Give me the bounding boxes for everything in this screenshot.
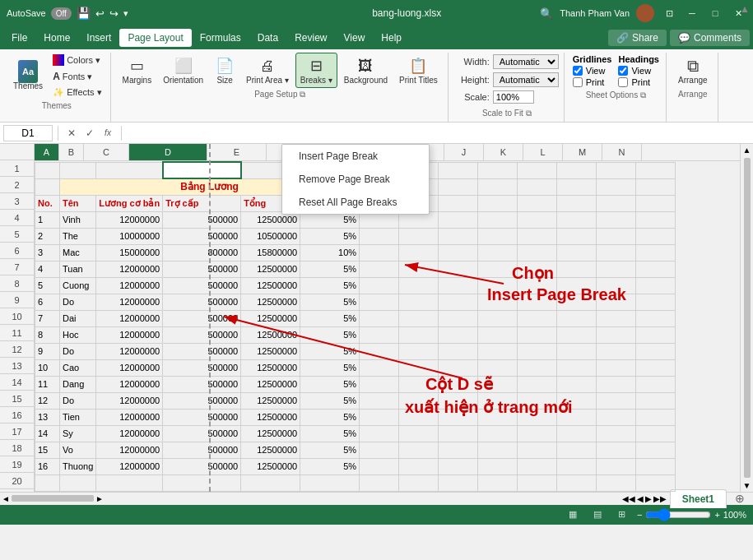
background-button[interactable]: 🖼 Background: [339, 53, 393, 88]
gridlines-view-checkbox[interactable]: [573, 66, 583, 76]
col-header-E[interactable]: E: [207, 144, 267, 160]
col-header-L[interactable]: L: [523, 144, 563, 160]
menu-insert[interactable]: Insert: [78, 29, 119, 47]
row-header-6[interactable]: 6: [0, 243, 34, 259]
view-normal-btn[interactable]: ▦: [564, 507, 582, 521]
col-header-B[interactable]: B: [59, 144, 84, 160]
col-header-N[interactable]: N: [602, 144, 642, 160]
row-header-7[interactable]: 7: [0, 259, 34, 275]
comments-button[interactable]: 💬 Comments: [670, 30, 750, 46]
col-header-J[interactable]: J: [444, 144, 484, 160]
remove-page-break-item[interactable]: Remove Page Break: [282, 168, 429, 191]
col-header-A[interactable]: A: [35, 144, 59, 160]
cell-M2[interactable]: [597, 178, 636, 195]
row-header-13[interactable]: 13: [0, 358, 34, 374]
sheet-first-btn[interactable]: ◀◀: [622, 494, 635, 503]
zoom-slider[interactable]: [645, 508, 711, 521]
row-header-2[interactable]: 2: [0, 177, 34, 193]
insert-function-icon[interactable]: fx: [100, 125, 116, 141]
effects-button[interactable]: ✨ Effects ▾: [49, 86, 105, 100]
cell-J2[interactable]: [478, 178, 518, 195]
save-icon[interactable]: 💾: [77, 7, 91, 20]
row-header-14[interactable]: 14: [0, 374, 34, 391]
col-header-C[interactable]: C: [84, 144, 129, 160]
row-header-16[interactable]: 16: [0, 407, 34, 423]
row-header-1[interactable]: 1: [0, 160, 34, 177]
customize-icon[interactable]: ▾: [123, 8, 128, 19]
cell-I3[interactable]: [439, 195, 478, 211]
headings-view-checkbox[interactable]: [618, 66, 628, 76]
reset-all-page-breaks-item[interactable]: Reset All Page Breaks: [282, 191, 429, 214]
headings-print-checkbox[interactable]: [618, 77, 628, 87]
row-header-3[interactable]: 3: [0, 193, 34, 210]
scale-input[interactable]: [493, 90, 534, 104]
share-button[interactable]: 🔗 Share: [608, 30, 667, 46]
maximize-icon[interactable]: □: [707, 5, 723, 21]
menu-help[interactable]: Help: [373, 29, 410, 47]
cell-D1[interactable]: [163, 162, 241, 178]
row-header-19[interactable]: 19: [0, 456, 34, 473]
cancel-formula-icon[interactable]: ✕: [63, 125, 80, 141]
search-icon[interactable]: 🔍: [540, 7, 553, 20]
cell-N3[interactable]: [636, 195, 676, 211]
themes-button[interactable]: Aa Themes: [8, 58, 48, 94]
cell-N1[interactable]: [636, 162, 676, 178]
cell-L2[interactable]: [557, 178, 597, 195]
orientation-button[interactable]: ⬜ Orientation: [158, 53, 208, 88]
cell-M3[interactable]: [597, 195, 636, 211]
row-header-20[interactable]: 20: [0, 473, 34, 489]
cell-K2[interactable]: [518, 178, 557, 195]
ribbon-toggle-icon[interactable]: ⊡: [661, 5, 677, 21]
scroll-left-btn[interactable]: ◄: [2, 494, 10, 503]
colors-button[interactable]: Colors ▾: [49, 53, 105, 67]
margins-button[interactable]: ▭ Margins: [118, 53, 157, 88]
size-button[interactable]: 📄 Size: [210, 53, 239, 88]
menu-page-layout[interactable]: Page Layout: [119, 29, 191, 47]
col-header-D[interactable]: D: [129, 144, 207, 160]
cell-L3[interactable]: [557, 195, 597, 211]
h-scroll-thumb[interactable]: [12, 495, 94, 502]
menu-view[interactable]: View: [336, 29, 374, 47]
gridlines-print-checkbox[interactable]: [573, 77, 583, 87]
row-header-12[interactable]: 12: [0, 341, 34, 358]
cell-A1[interactable]: [35, 162, 60, 178]
redo-icon[interactable]: ↪: [109, 7, 119, 20]
sheet-prev-btn[interactable]: ◀: [637, 494, 644, 503]
insert-page-break-item[interactable]: Insert Page Break: [282, 145, 429, 168]
formula-input[interactable]: [127, 126, 750, 141]
minimize-icon[interactable]: ─: [684, 5, 700, 21]
row-header-15[interactable]: 15: [0, 391, 34, 407]
col-header-K[interactable]: K: [484, 144, 523, 160]
sheet-next-btn[interactable]: ▶: [645, 494, 652, 503]
row-header-8[interactable]: 8: [0, 275, 34, 292]
cell-I2[interactable]: [439, 178, 478, 195]
row-header-17[interactable]: 17: [0, 423, 34, 440]
menu-review[interactable]: Review: [286, 29, 335, 47]
cell-D3[interactable]: Trợ cấp: [163, 195, 241, 211]
menu-home[interactable]: Home: [35, 29, 78, 47]
autosave-toggle[interactable]: Off: [51, 7, 72, 20]
page-setup-launcher[interactable]: ⧉: [300, 90, 305, 99]
fonts-button[interactable]: A Fonts ▾: [49, 69, 105, 84]
cell-A3[interactable]: No.: [35, 195, 60, 211]
menu-formulas[interactable]: Formulas: [192, 29, 249, 47]
cell-N2[interactable]: [636, 178, 676, 195]
zoom-out-icon[interactable]: −: [637, 510, 642, 520]
cell-K3[interactable]: [518, 195, 557, 211]
undo-icon[interactable]: ↩: [95, 7, 105, 20]
row-header-4[interactable]: 4: [0, 210, 34, 226]
breaks-button[interactable]: ⊟ Breaks ▾: [295, 53, 337, 88]
row-header-9[interactable]: 9: [0, 292, 34, 308]
cell-ref-input[interactable]: D1: [3, 125, 53, 141]
cell-B3[interactable]: Tên: [60, 195, 96, 211]
cell-B1[interactable]: [60, 162, 96, 178]
width-select[interactable]: Automatic 1 page 2 pages: [493, 54, 559, 69]
cell-C1[interactable]: [96, 162, 163, 178]
vertical-scrollbar[interactable]: ▲ ▼: [740, 144, 753, 492]
user-avatar[interactable]: [636, 4, 654, 22]
cell-C3[interactable]: Lương cơ bản: [96, 195, 163, 211]
col-header-M[interactable]: M: [563, 144, 602, 160]
cell-K1[interactable]: [518, 162, 557, 178]
scale-launcher[interactable]: ⧉: [526, 109, 532, 118]
row-header-5[interactable]: 5: [0, 226, 34, 243]
